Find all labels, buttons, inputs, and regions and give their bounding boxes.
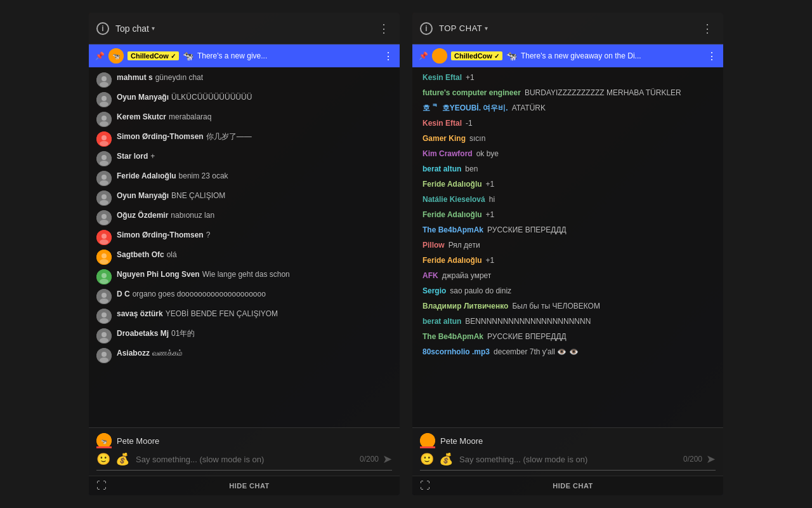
message-username: Владимир Литвиченко [422, 302, 508, 311]
message-text: + [150, 152, 155, 161]
message-avatar [96, 328, 112, 344]
message-username: Sergio [422, 286, 446, 295]
dropdown-arrow-2[interactable]: ▾ [485, 25, 488, 32]
message-username: Oğuz Özdemir [117, 211, 168, 220]
message-username: 호 ᄏ 호YEOUBİ. 여우비. [422, 104, 508, 112]
chat-panel-2: i TOP CHAT ▾ ⋮ 📌 ChilledCow ✓ [412, 13, 723, 495]
message-content: Oyun ManyağıBNE ÇALIŞIOM [117, 190, 392, 201]
message-content: Nguyen Phi Long SvenWie lange geht das s… [117, 269, 392, 280]
messages-area-2: Kesin Eftal+1future's computer engineerB… [412, 67, 723, 427]
pinned-name-2: ChilledCow ✓ [451, 51, 502, 60]
message-username: Natálie Kieselová [422, 195, 485, 204]
svg-point-18 [102, 175, 107, 180]
chat-input-1[interactable] [136, 455, 356, 464]
superchat-button-2[interactable]: 💰 [439, 452, 453, 466]
message-username: Feride Adalıoğlu [422, 256, 482, 265]
chat-message: The Be4bApmAkРУССКИЕ ВПЕРЕДДД [412, 329, 723, 344]
checkmark-2: ✓ [494, 53, 499, 60]
message-content: Feride Adalıoğlu+1 [422, 178, 716, 190]
chat-message: Oğuz Özdemirnabıonuz lan [89, 208, 400, 227]
svg-point-39 [102, 312, 107, 318]
chat-title-2[interactable]: TOP CHAT ▾ [439, 23, 699, 33]
message-username: savaş öztürk [117, 309, 163, 318]
title-text-2: TOP CHAT [439, 23, 482, 33]
message-content: mahmut sgüneydın chat [117, 72, 392, 83]
message-text: +1 [486, 256, 495, 265]
chat-message: Asiabozzவணக்கம் [89, 345, 400, 365]
svg-point-19 [100, 180, 108, 185]
svg-point-10 [100, 121, 108, 126]
hide-chat-button-2[interactable]: HIDE CHAT [553, 482, 593, 490]
more-options-1[interactable]: ⋮ [376, 19, 392, 38]
svg-point-36 [102, 293, 107, 298]
message-username: Simon Ørding-Thomsen [117, 231, 204, 239]
message-username: The Be4bApmAk [422, 225, 483, 234]
chat-message: Simon Ørding-Thomsen? [89, 227, 400, 247]
chat-input-2[interactable] [459, 455, 679, 464]
pinned-avatar-2 [432, 48, 447, 64]
message-text: ? [206, 231, 211, 239]
dropdown-arrow-1[interactable]: ▾ [152, 25, 155, 32]
info-icon-1[interactable]: i [96, 22, 109, 35]
hide-chat-button-1[interactable]: HIDE CHAT [229, 482, 270, 490]
message-content: Sergiosao paulo do diniz [422, 285, 716, 297]
message-text: december 7th y'all 👁️ 👁️ [494, 347, 579, 356]
chat-message: The Be4bApmAkРУССКИЕ ВПЕРЕДДД [412, 222, 723, 237]
send-button-2[interactable]: ➤ [706, 452, 716, 466]
superchat-button-1[interactable]: 💰 [115, 452, 129, 466]
chat-message: Feride Adalıoğlu+1 [412, 207, 723, 222]
title-text-1: Top chat [115, 23, 149, 34]
message-text: sıcın [469, 134, 485, 143]
chat-message: Simon Ørding-Thomsen你几岁了—— [89, 129, 400, 149]
emoji-button-1[interactable]: 🙂 [96, 452, 110, 466]
fullscreen-icon-2[interactable]: ⛶ [420, 480, 430, 491]
message-username: berat altun [422, 164, 461, 173]
message-username: Feride Adalıoğlu [117, 171, 176, 180]
message-username: Oyun Manyağı [117, 191, 169, 200]
more-options-2[interactable]: ⋮ [699, 19, 716, 38]
svg-point-49 [432, 48, 447, 64]
pinned-message-1[interactable]: 📌 🐄 ChilledCow ✓ 🐄 There's a new give...… [89, 44, 400, 67]
info-icon-2[interactable]: i [420, 22, 433, 35]
svg-point-43 [100, 338, 108, 343]
message-content: Kesin Eftal+1 [422, 72, 716, 83]
message-content: future's computer engineerBURDAYIZZZZZZZ… [422, 87, 716, 98]
message-avatar [96, 190, 112, 206]
message-text: ben [465, 164, 478, 173]
message-text: -1 [466, 119, 473, 128]
message-avatar [96, 309, 112, 324]
message-text: hi [489, 195, 495, 204]
message-username: The Be4bApmAk [422, 332, 483, 341]
message-text: РУССКИЕ ВПЕРЕДДД [487, 332, 566, 341]
chat-message: AFKджрайа умрет [412, 268, 723, 283]
chat-message: D Corgano goes doooooooooooooooooooo [89, 286, 400, 306]
message-avatar [96, 151, 112, 166]
message-content: Simon Ørding-Thomsen你几岁了—— [117, 131, 392, 142]
chat-header-2: i TOP CHAT ▾ ⋮ [412, 13, 723, 44]
pinned-text-2: There's a new giveaway on the Di... [521, 51, 703, 60]
message-text: nabıonuz lan [171, 211, 214, 220]
message-text: ok bye [476, 149, 499, 158]
message-username: D C [117, 290, 130, 298]
svg-point-31 [100, 259, 108, 264]
chat-title-1[interactable]: Top chat ▾ [115, 23, 376, 34]
message-content: The Be4bApmAkРУССКИЕ ВПЕРЕДДД [422, 331, 716, 342]
chat-message: savaş öztürkYEOBİ BENDE FEN ÇALIŞIYOM [89, 306, 400, 326]
emoji-button-2[interactable]: 🙂 [420, 452, 434, 466]
message-text: BNE ÇALIŞIOM [171, 191, 225, 200]
pinned-more-1[interactable]: ⋮ [383, 50, 393, 62]
message-content: Feride Adalıoğlu+1 [422, 209, 716, 220]
message-username: Kesin Eftal [422, 73, 462, 82]
pinned-message-2[interactable]: 📌 ChilledCow ✓ 🐄 There's a new giveaway … [412, 44, 723, 67]
pinned-more-2[interactable]: ⋮ [707, 50, 717, 62]
message-username: Feride Adalıoğlu [422, 210, 482, 219]
message-username: Feride Adalıoğlu [422, 180, 482, 189]
fullscreen-icon-1[interactable]: ⛶ [96, 480, 107, 491]
message-avatar [96, 72, 112, 88]
input-field-row-1: 🙂 💰 0/200 ➤ [96, 452, 392, 471]
send-button-1[interactable]: ➤ [383, 452, 392, 466]
message-username: Kesin Eftal [422, 119, 462, 128]
message-username: 80scornholio .mp3 [422, 347, 490, 356]
message-text: sao paulo do diniz [450, 286, 511, 295]
chat-message: Kesin Eftal-1 [412, 116, 723, 131]
